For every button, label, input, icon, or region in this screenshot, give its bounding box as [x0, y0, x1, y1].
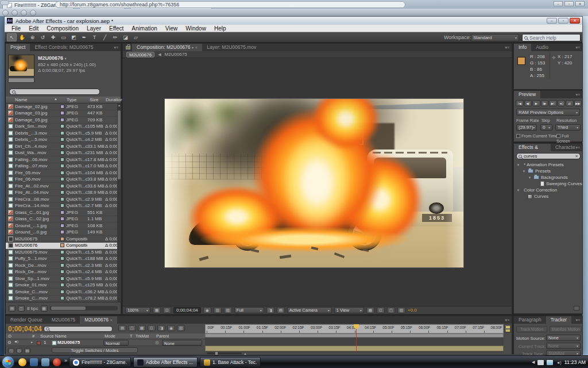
start-button[interactable] — [2, 356, 14, 368]
table-row[interactable]: Rock_De...mov QuickTi...ovie 2.3 MB Δ 0;… — [6, 262, 117, 269]
tab-tracker[interactable]: Tracker — [546, 316, 572, 324]
layer-duration-bar[interactable] — [205, 346, 504, 351]
table-row[interactable]: Rock_De...mov QuickTi...ovie 2.4 MB Δ 0;… — [6, 269, 117, 276]
table-row[interactable]: Glass_C...01.jpg JPEG 551 KB — [6, 209, 117, 216]
table-row[interactable]: Damage_05.jpg JPEG 709 KB — [6, 117, 117, 124]
trash-icon[interactable]: ▦ — [41, 305, 48, 312]
panel-menu-icon[interactable]: ▾≡ — [575, 91, 582, 98]
table-row[interactable]: Ground_...1.jpg JPEG 108 KB — [6, 223, 117, 229]
tab-info[interactable]: Info — [514, 44, 531, 51]
quick-launch-media-icon[interactable] — [41, 358, 49, 366]
effects-tree-item[interactable]: ▼ Presets — [514, 168, 582, 174]
column-t[interactable]: T — [130, 334, 133, 339]
column-parent[interactable]: Parent — [156, 334, 169, 339]
project-search-input[interactable] — [17, 89, 97, 94]
eye-icon[interactable]: ⊙ — [7, 340, 11, 345]
twirl-icon[interactable]: ▼ — [522, 170, 526, 173]
menu-item[interactable]: View — [161, 25, 182, 32]
audio-icon[interactable]: ◄) — [14, 340, 18, 343]
resolution-dropdown[interactable]: Full▾ — [234, 307, 264, 313]
brainstorm-icon[interactable]: ◉ — [167, 325, 175, 331]
scrollbar-thumb[interactable] — [118, 110, 121, 179]
tab-character[interactable]: Character — [551, 144, 575, 151]
parent-pickwhip-icon[interactable]: ◎ — [155, 340, 159, 345]
project-item-name[interactable]: M2U00676 ▾ — [38, 55, 67, 61]
taskbar-clock[interactable]: 11:23 AM — [564, 359, 586, 365]
table-row[interactable]: Glass_C...02.jpg JPEG 1.1 MB — [6, 216, 117, 223]
table-row[interactable]: Fire_At...02.mov QuickTi...ovie 33.6 MB … — [6, 183, 117, 190]
maximize-button[interactable]: ▫ — [558, 18, 568, 24]
table-row[interactable]: M2U00675.mov QuickTi...ovie 1.5 MB Δ 0;0… — [6, 249, 117, 256]
column-duration[interactable]: Duration — [106, 97, 123, 102]
effects-tree-item[interactable]: ▼ * Animation Presets — [514, 162, 582, 168]
tool-icon[interactable]: ✚ — [48, 33, 58, 41]
twirl-icon[interactable]: ▼ — [516, 189, 520, 192]
tool-icon[interactable]: ⊕ — [28, 33, 37, 41]
quick-launch-explorer-icon[interactable] — [30, 358, 38, 366]
menu-item[interactable]: Layer — [83, 25, 105, 32]
fast-previews-icon[interactable]: ⊡ — [377, 307, 385, 313]
home-icon[interactable] — [30, 10, 36, 16]
transport-button[interactable]: ◀I — [524, 100, 532, 106]
twirl-icon[interactable]: ▸ — [31, 340, 33, 344]
snapshot-icon[interactable]: ◉ — [203, 307, 211, 313]
timeline-search-input[interactable] — [51, 327, 110, 332]
panel-menu-icon[interactable]: ▾≡ — [505, 44, 512, 51]
transport-button[interactable]: I▶ — [541, 100, 549, 106]
tool-icon[interactable]: ╱ — [100, 33, 110, 41]
transport-button[interactable]: ▶I — [549, 100, 557, 106]
tool-icon[interactable]: ✏ — [110, 33, 120, 41]
table-row[interactable]: Debris_...3.mov QuickTi...ovie 5.9 MB Δ … — [6, 130, 117, 137]
parent-dropdown[interactable]: None▾ — [162, 340, 202, 346]
column-size[interactable]: Size — [90, 97, 99, 102]
full-screen-checkbox[interactable]: Full Screen — [556, 133, 582, 144]
interpret-footage-icon[interactable]: ▤ — [9, 305, 16, 312]
magnification-dropdown[interactable]: 100%▾ — [125, 307, 150, 313]
project-horizontal-scrollbar[interactable] — [50, 306, 118, 310]
tool-icon[interactable]: T — [90, 33, 99, 41]
table-row[interactable]: Fire_05.mov QuickTi...ovie 104 MB Δ 0:00 — [6, 170, 117, 177]
timeline-search-box[interactable] — [44, 326, 113, 332]
menu-item[interactable]: Effect — [105, 25, 127, 32]
back-icon[interactable] — [2, 10, 9, 16]
panel-menu-icon[interactable]: ▾≡ — [575, 144, 582, 151]
table-row[interactable]: Smoke_01.mov QuickTi...ovie 125 MB Δ 0;0… — [6, 282, 117, 289]
view-layout-dropdown[interactable]: 1 View▾ — [334, 307, 364, 313]
tab-timeline-comp2[interactable]: M2U00676 ✕ — [80, 316, 117, 324]
quick-launch-overflow-chevron[interactable]: » — [64, 358, 67, 363]
layer-row[interactable]: ⊙ ◄) ▸ 1 M2U00675 Normal▾ ◎ None▾ — [6, 339, 205, 346]
camera-dropdown[interactable]: Active Camera▾ — [287, 307, 332, 313]
comp-marker-bin-icon[interactable] — [504, 324, 511, 332]
tool-icon[interactable]: ◪ — [121, 33, 130, 41]
table-row[interactable]: Ground_...0.jpg JPEG 149 KB — [6, 229, 117, 236]
table-row[interactable]: Fire_06.mov QuickTi...ovie 33.8 MB Δ 0:0… — [6, 177, 117, 183]
tab-effects-presets[interactable]: Effects & Presets — [514, 144, 551, 151]
work-area-bar[interactable] — [205, 334, 504, 338]
track-motion-button[interactable]: Track Motion — [516, 326, 547, 332]
tab-preview[interactable]: Preview — [514, 91, 540, 98]
tab-layer[interactable]: Layer: M2U00675.mov — [202, 44, 261, 51]
table-row[interactable]: Puffy_5...1.mov QuickTi...ovie 188 MB Δ … — [6, 256, 117, 263]
panel-menu-icon[interactable]: ▾≡ — [505, 316, 512, 324]
effects-tree-item[interactable]: Curves — [514, 193, 582, 200]
menu-item[interactable]: File — [7, 25, 25, 32]
quick-launch-messenger-icon[interactable] — [18, 358, 26, 366]
ram-preview-options-dropdown[interactable]: RAM Preview Options ▾ — [516, 109, 580, 116]
channels-icon[interactable]: ▧ — [224, 307, 232, 313]
panel-menu-icon[interactable]: ▾≡ — [114, 44, 121, 51]
close-icon[interactable]: ✕ — [195, 46, 198, 49]
breadcrumb-current[interactable]: M2U00676 — [126, 52, 154, 57]
tab-paragraph[interactable]: Paragraph — [514, 316, 546, 324]
tool-icon[interactable]: ✋ — [17, 33, 27, 41]
table-row[interactable]: Dark_Sm...mov QuickTi...ovie 105 MB Δ 0:… — [6, 124, 117, 131]
panel-menu-icon[interactable]: ▾≡ — [575, 44, 582, 51]
blend-mode-dropdown[interactable]: Normal▾ — [103, 340, 129, 346]
lock-icon[interactable] — [126, 46, 130, 49]
table-row[interactable]: FireCra...14.mov QuickTi...ovie 2.7 MB Δ… — [6, 203, 117, 210]
title-bar[interactable]: Ae Adobe After Effects - car explosion.a… — [5, 17, 582, 25]
draft-3d-icon[interactable]: ◫ — [128, 325, 136, 331]
table-row[interactable]: Smoke_C...mov QuickTi...ovie 78.2 MB Δ 0… — [6, 296, 117, 302]
clear-search-icon[interactable]: ✕ — [575, 154, 578, 159]
from-current-time-checkbox[interactable]: From Current Time — [516, 133, 558, 139]
table-row[interactable]: Debris_...5.mov QuickTi...ovie 4.2 MB Δ … — [6, 137, 117, 144]
